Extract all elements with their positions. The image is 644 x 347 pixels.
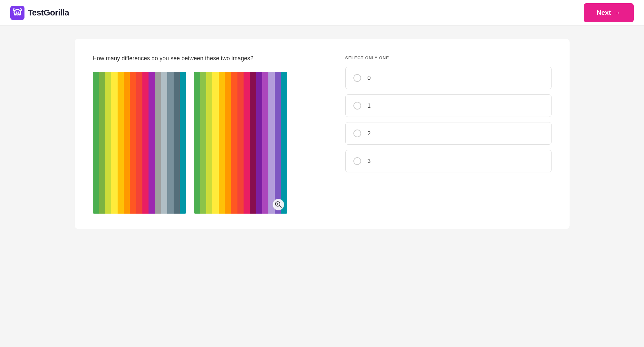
svg-line-10 (279, 206, 281, 208)
radio-1 (353, 102, 361, 110)
zoom-icon-svg (275, 201, 282, 208)
question-text: How many differences do you see between … (93, 54, 320, 63)
image-2[interactable] (194, 72, 287, 214)
select-only-one-label: SELECT ONLY ONE (345, 55, 552, 60)
option-item-2[interactable]: 2 (345, 122, 552, 145)
svg-point-5 (16, 11, 17, 12)
images-row (93, 72, 320, 214)
options-container: 0123 (345, 67, 552, 172)
svg-point-6 (18, 11, 19, 12)
logo-text: TestGorilla (28, 8, 69, 18)
option-label-2: 2 (368, 130, 371, 137)
left-panel: How many differences do you see between … (93, 54, 320, 214)
next-button-label: Next (597, 9, 611, 16)
image-1[interactable] (93, 72, 186, 214)
content-card: How many differences do you see between … (75, 39, 570, 229)
next-button[interactable]: Next → (584, 3, 634, 22)
option-item-0[interactable]: 0 (345, 67, 552, 89)
option-item-1[interactable]: 1 (345, 94, 552, 117)
svg-point-8 (18, 14, 21, 15)
header: TestGorilla Next → (0, 0, 644, 26)
radio-3 (353, 157, 361, 165)
option-label-1: 1 (368, 102, 371, 109)
zoom-icon[interactable] (273, 199, 284, 210)
option-label-0: 0 (368, 75, 371, 82)
logo-icon (10, 6, 24, 20)
option-label-3: 3 (368, 158, 371, 165)
logo-area: TestGorilla (10, 6, 69, 20)
svg-point-7 (14, 14, 16, 15)
image-1-stripes (93, 72, 186, 214)
image-2-stripes (194, 72, 287, 214)
next-arrow-icon: → (614, 9, 621, 16)
radio-0 (353, 74, 361, 82)
right-panel: SELECT ONLY ONE 0123 (345, 54, 552, 178)
image-2-wrapper (194, 72, 287, 214)
radio-2 (353, 130, 361, 137)
main-content: How many differences do you see between … (64, 26, 580, 242)
option-item-3[interactable]: 3 (345, 150, 552, 172)
